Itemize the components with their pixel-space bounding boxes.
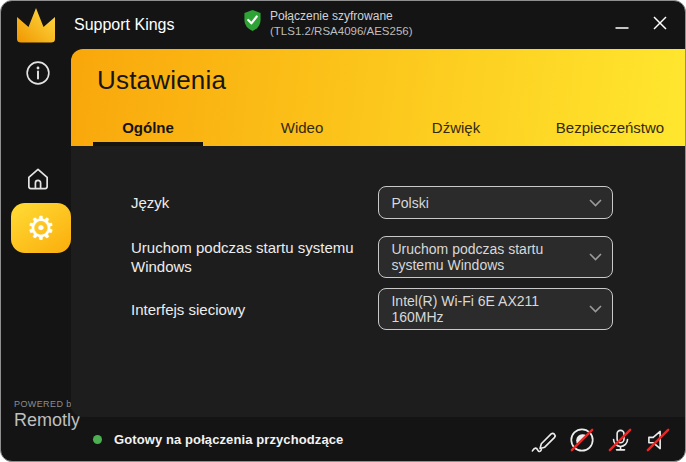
autostart-select[interactable]: Uruchom podczas startu systemu Windows <box>378 236 613 278</box>
chevron-down-icon <box>589 253 602 261</box>
setting-row-language: Język Polski <box>131 186 613 219</box>
network-interface-select[interactable]: Intel(R) Wi-Fi 6E AX211 160MHz <box>378 288 613 330</box>
screen-blank-button[interactable] <box>567 425 597 455</box>
minimize-button[interactable] <box>607 8 637 38</box>
footer-icons <box>529 425 673 455</box>
active-tab-underline <box>93 142 203 146</box>
app-title: Support Kings <box>74 1 175 49</box>
tab-bar: Ogólne Wideo Dźwięk Bezpieczeństwo <box>71 116 686 146</box>
minimize-icon <box>615 14 629 32</box>
shield-check-icon <box>243 9 262 36</box>
tab-security-label: Bezpieczeństwo <box>556 119 664 136</box>
close-button[interactable] <box>645 8 675 38</box>
titlebar: Support Kings Połączenie szyfrowane (TLS… <box>1 1 685 49</box>
language-select-value: Polski <box>391 195 428 211</box>
status-dot <box>93 435 102 444</box>
tab-video[interactable]: Wideo <box>225 116 379 146</box>
speaker-muted-icon <box>643 425 673 455</box>
chevron-down-icon <box>589 199 602 207</box>
crown-logo-icon <box>13 5 59 46</box>
connection-line1: Połączenie szyfrowane <box>270 9 413 24</box>
autostart-label: Uruchom podczas startu systemu Windows <box>131 238 378 276</box>
network-interface-select-value: Intel(R) Wi-Fi 6E AX211 160MHz <box>391 293 582 325</box>
connection-status: Połączenie szyfrowane (TLS1.2/RSA4096/AE… <box>243 9 413 39</box>
draw-button[interactable] <box>529 425 559 455</box>
tab-video-label: Wideo <box>281 119 324 136</box>
app-window: Support Kings Połączenie szyfrowane (TLS… <box>0 0 686 462</box>
microphone-muted-icon <box>605 425 635 455</box>
setting-row-autostart: Uruchom podczas startu systemu Windows U… <box>131 236 613 278</box>
statusbar: Gotowy na połączenia przychodzące <box>71 417 685 462</box>
microphone-mute-button[interactable] <box>605 425 635 455</box>
draw-icon <box>529 425 559 455</box>
network-interface-label: Interfejs sieciowy <box>131 300 378 319</box>
status-text: Gotowy na połączenia przychodzące <box>114 432 343 447</box>
settings-panel: Ustawienia Ogólne Wideo Dźwięk Bezpiecze… <box>71 49 686 417</box>
autostart-select-value: Uruchom podczas startu systemu Windows <box>391 241 582 273</box>
window-controls <box>607 8 675 38</box>
info-icon <box>25 60 51 86</box>
tab-general[interactable]: Ogólne <box>71 116 225 146</box>
sidebar-item-info[interactable] <box>25 60 51 86</box>
settings-header: Ustawienia Ogólne Wideo Dźwięk Bezpiecze… <box>71 49 686 146</box>
language-select[interactable]: Polski <box>378 186 613 219</box>
tab-audio[interactable]: Dźwięk <box>379 116 533 146</box>
page-title: Ustawienia <box>97 65 226 96</box>
screen-blank-muted-icon <box>567 425 597 455</box>
home-icon <box>24 164 52 192</box>
close-icon <box>653 16 667 30</box>
tab-security[interactable]: Bezpieczeństwo <box>533 116 686 146</box>
connection-line2: (TLS1.2/RSA4096/AES256) <box>270 24 413 39</box>
sidebar-item-settings[interactable]: ⚙ <box>11 203 71 253</box>
speaker-mute-button[interactable] <box>643 425 673 455</box>
tab-audio-label: Dźwięk <box>432 119 480 136</box>
language-label: Język <box>131 193 378 212</box>
setting-row-network-interface: Interfejs sieciowy Intel(R) Wi-Fi 6E AX2… <box>131 288 613 330</box>
tab-general-label: Ogólne <box>122 119 174 136</box>
chevron-down-icon <box>589 305 602 313</box>
gear-icon: ⚙ <box>27 212 56 244</box>
sidebar-item-home[interactable] <box>24 164 52 192</box>
